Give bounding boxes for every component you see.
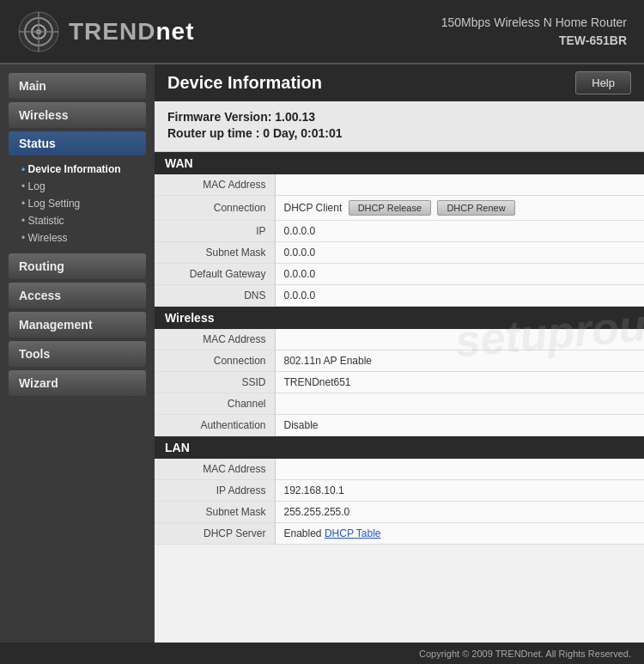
footer-copyright: Copyright © 2009 TRENDnet. All Rights Re… (419, 649, 631, 659)
wl-mac-value (275, 329, 644, 350)
help-button[interactable]: Help (575, 71, 631, 94)
wan-section-header: WAN (155, 152, 644, 174)
sidebar-item-tools[interactable]: Tools (9, 341, 146, 367)
lan-ip-label: IP Address (155, 480, 275, 502)
wl-auth-label: Authentication (155, 415, 275, 436)
table-row: SSID TRENDnet651 (155, 372, 644, 393)
wan-subnet-value: 0.0.0.0 (275, 242, 644, 264)
lan-subnet-value: 255.255.255.0 (275, 502, 644, 523)
wan-conn-label: Connection (155, 196, 275, 221)
table-row: MAC Address (155, 329, 644, 350)
logo-area: TRENDnet (17, 10, 194, 53)
table-row: MAC Address (155, 174, 644, 196)
sidebar-sub-wireless[interactable]: Wireless (17, 229, 155, 247)
wl-mac-label: MAC Address (155, 329, 275, 350)
lan-mac-value (275, 459, 644, 480)
lan-table: MAC Address IP Address 192.168.10.1 Subn… (155, 459, 644, 545)
lan-section-header: LAN (155, 436, 644, 459)
wl-ssid-value: TRENDnet651 (275, 372, 644, 393)
wl-auth-value: Disable (275, 415, 644, 436)
wan-dns-value: 0.0.0.0 (275, 285, 644, 307)
table-row: Authentication Disable (155, 415, 644, 436)
lan-dhcp-value: Enabled DHCP Table (275, 523, 644, 545)
trendnet-logo-icon (17, 10, 60, 53)
wan-table: MAC Address Connection DHCP Client DHCP … (155, 174, 644, 307)
wan-ip-label: IP (155, 221, 275, 242)
sidebar-item-main[interactable]: Main (9, 73, 146, 99)
sidebar-status-title[interactable]: Status (9, 131, 146, 155)
wan-mac-label: MAC Address (155, 174, 275, 196)
sidebar-sub-log[interactable]: Log (17, 178, 155, 195)
table-row: Subnet Mask 255.255.255.0 (155, 502, 644, 523)
wan-gateway-label: Default Gateway (155, 264, 275, 285)
main-layout: Main Wireless Status Device Information … (0, 64, 644, 643)
page-title: Device Information (167, 73, 322, 93)
router-uptime: Router up time : 0 Day, 0:01:01 (167, 126, 631, 140)
table-row: DNS 0.0.0.0 (155, 285, 644, 307)
wl-ssid-label: SSID (155, 372, 275, 393)
table-row: IP 0.0.0.0 (155, 221, 644, 242)
wireless-table: MAC Address Connection 802.11n AP Enable… (155, 329, 644, 436)
sidebar-item-wireless[interactable]: Wireless (9, 102, 146, 128)
sidebar-sub-log-setting[interactable]: Log Setting (17, 195, 155, 212)
product-name: 150Mbps Wireless N Home Router TEW-651BR (441, 14, 627, 50)
table-row: Subnet Mask 0.0.0.0 (155, 242, 644, 264)
wan-subnet-label: Subnet Mask (155, 242, 275, 264)
info-bar: Firmware Version: 1.00.13 Router up time… (155, 101, 644, 152)
wan-conn-value: DHCP Client DHCP Release DHCP Renew (275, 196, 644, 221)
wl-conn-label: Connection (155, 350, 275, 372)
wan-ip-value: 0.0.0.0 (275, 221, 644, 242)
dhcp-release-button[interactable]: DHCP Release (349, 200, 431, 216)
page-header: Device Information Help (155, 64, 644, 101)
wan-mac-value (275, 174, 644, 196)
table-row: Default Gateway 0.0.0.0 (155, 264, 644, 285)
wan-gateway-value: 0.0.0.0 (275, 264, 644, 285)
table-row: DHCP Server Enabled DHCP Table (155, 523, 644, 545)
table-row: Channel (155, 393, 644, 415)
sidebar-status-sub: Device Information Log Log Setting Stati… (0, 159, 155, 250)
firmware-version: Firmware Version: 1.00.13 (167, 110, 631, 124)
lan-mac-label: MAC Address (155, 459, 275, 480)
lan-subnet-label: Subnet Mask (155, 502, 275, 523)
wl-channel-label: Channel (155, 393, 275, 415)
sidebar-section-status: Status Device Information Log Log Settin… (0, 131, 155, 250)
sidebar-sub-device-info[interactable]: Device Information (17, 161, 155, 178)
dhcp-renew-button[interactable]: DHCP Renew (437, 200, 514, 216)
content-inner: setuprouter Device Information Help Firm… (155, 64, 644, 643)
sidebar: Main Wireless Status Device Information … (0, 64, 155, 643)
table-row: IP Address 192.168.10.1 (155, 480, 644, 502)
table-row: Connection 802.11n AP Enable (155, 350, 644, 372)
wireless-section-header: Wireless (155, 307, 644, 329)
sidebar-item-management[interactable]: Management (9, 312, 146, 338)
wl-conn-value: 802.11n AP Enable (275, 350, 644, 372)
content-area: setuprouter Device Information Help Firm… (155, 64, 644, 643)
dhcp-table-link[interactable]: DHCP Table (325, 527, 381, 539)
logo-text: TRENDnet (69, 18, 194, 46)
lan-ip-value: 192.168.10.1 (275, 480, 644, 502)
wan-dns-label: DNS (155, 285, 275, 307)
wl-channel-value (275, 393, 644, 415)
footer: Copyright © 2009 TRENDnet. All Rights Re… (0, 643, 644, 664)
table-row: Connection DHCP Client DHCP Release DHCP… (155, 196, 644, 221)
sidebar-item-wizard[interactable]: Wizard (9, 370, 146, 396)
sidebar-item-routing[interactable]: Routing (9, 253, 146, 279)
table-row: MAC Address (155, 459, 644, 480)
sidebar-item-access[interactable]: Access (9, 283, 146, 308)
lan-dhcp-label: DHCP Server (155, 523, 275, 545)
header: TRENDnet 150Mbps Wireless N Home Router … (0, 0, 644, 64)
sidebar-sub-statistic[interactable]: Statistic (17, 212, 155, 229)
